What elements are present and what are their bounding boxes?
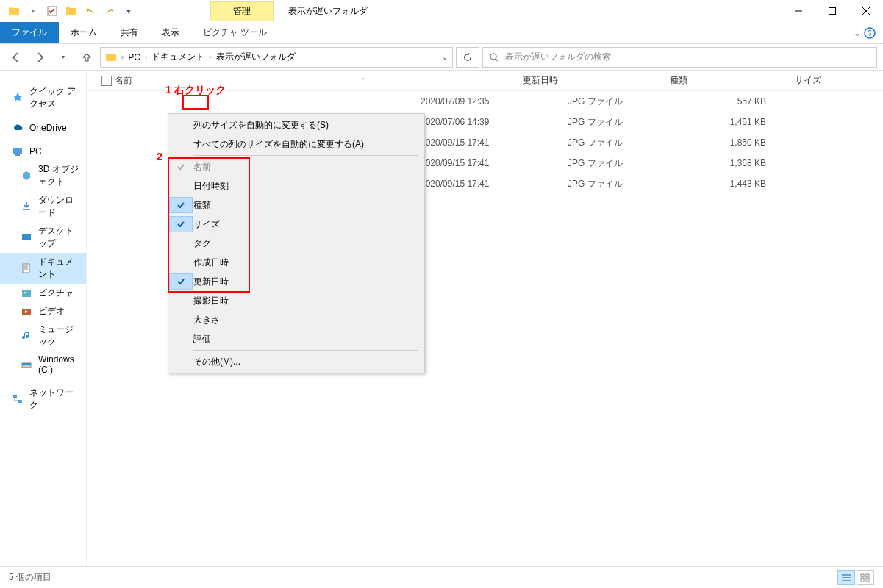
menu-dimensions[interactable]: 大きさ — [168, 310, 424, 329]
breadcrumb-documents[interactable]: ドキュメント — [151, 51, 204, 63]
sidebar-label: ネットワーク — [29, 387, 80, 412]
cloud-icon — [12, 122, 24, 134]
ribbon-tabs: ファイル ホーム 共有 表示 ピクチャ ツール ⌄ ? — [0, 22, 883, 44]
menu-date-taken[interactable]: 撮影日時 — [168, 291, 424, 310]
help-icon[interactable]: ? — [864, 27, 876, 39]
menu-tag[interactable]: タグ — [168, 234, 424, 253]
sidebar-item-downloads[interactable]: ダウンロード — [0, 191, 86, 222]
context-menu: 列のサイズを自動的に変更する(S) すべての列のサイズを自動的に変更する(A) … — [168, 113, 425, 373]
sidebar-label: 3D オブジェクト — [38, 163, 80, 188]
select-all-checkbox[interactable] — [101, 76, 112, 86]
chevron-right-icon[interactable]: › — [209, 53, 211, 61]
redo-icon[interactable] — [101, 3, 118, 19]
menu-datetime[interactable]: 日付時刻 — [168, 176, 424, 196]
tab-picture-tools[interactable]: ピクチャ ツール — [191, 22, 279, 43]
menu-type[interactable]: 種類 — [168, 196, 424, 215]
svg-rect-5 — [13, 148, 22, 154]
tab-view[interactable]: 表示 — [150, 22, 191, 43]
window-title: 表示が遅いフォルダ — [288, 5, 368, 18]
undo-icon[interactable] — [82, 3, 99, 19]
menu-other[interactable]: その他(M)... — [168, 352, 424, 371]
checkbox-icon[interactable] — [44, 3, 60, 19]
navbar: ▾ › PC › ドキュメント › 表示が遅いフォルダ ⌄ 表示が遅いフォルダの… — [0, 44, 883, 71]
column-size[interactable]: サイズ — [795, 74, 883, 87]
maximize-button[interactable] — [815, 0, 849, 22]
sidebar-label: デスクトップ — [38, 225, 80, 250]
annotation-2: 2 — [157, 151, 162, 162]
sidebar-label: クイック アクセス — [29, 85, 80, 110]
sidebar-item-pictures[interactable]: ピクチャ — [0, 284, 86, 302]
back-button[interactable] — [6, 47, 26, 68]
menu-separator — [193, 350, 418, 351]
recent-dropdown[interactable]: ▾ — [53, 47, 74, 68]
tab-file[interactable]: ファイル — [0, 22, 59, 43]
desktop-icon — [21, 232, 32, 243]
music-icon — [21, 330, 32, 342]
sidebar-item-music[interactable]: ミュージック — [0, 320, 86, 351]
chevron-right-icon[interactable]: › — [121, 53, 124, 61]
svg-rect-6 — [15, 154, 20, 156]
sidebar-label: ダウンロード — [38, 194, 80, 219]
manage-tab[interactable]: 管理 — [210, 1, 274, 21]
sidebar-item-quick-access[interactable]: クイック アクセス — [0, 82, 86, 113]
address-bar[interactable]: › PC › ドキュメント › 表示が遅いフォルダ ⌄ — [100, 47, 453, 68]
folder-icon — [105, 51, 117, 63]
menu-fit-column[interactable]: 列のサイズを自動的に変更する(S) — [168, 115, 424, 135]
menu-modified[interactable]: 更新日時 — [168, 272, 424, 291]
view-icons-button[interactable] — [857, 570, 874, 585]
quick-access-toolbar: ▾ ▾ — [0, 3, 137, 19]
tab-share[interactable]: 共有 — [109, 22, 150, 43]
svg-rect-1 — [829, 8, 836, 15]
sidebar-item-network[interactable]: ネットワーク — [0, 384, 86, 415]
svg-rect-8 — [23, 264, 29, 273]
breadcrumb-folder[interactable]: 表示が遅いフォルダ — [216, 51, 296, 63]
sidebar-item-onedrive[interactable]: OneDrive — [0, 119, 86, 137]
download-icon — [21, 201, 32, 212]
sidebar-item-videos[interactable]: ビデオ — [0, 302, 86, 320]
sidebar-label: Windows (C:) — [38, 354, 80, 375]
qat-more-icon[interactable]: ▾ — [121, 3, 137, 19]
status-item-count: 5 個の項目 — [9, 571, 51, 584]
cube-icon — [21, 170, 32, 182]
menu-created[interactable]: 作成日時 — [168, 253, 424, 272]
svg-rect-16 — [861, 574, 864, 577]
sidebar-item-desktop[interactable]: デスクトップ — [0, 222, 86, 253]
svg-point-10 — [24, 291, 26, 293]
minimize-button[interactable] — [782, 0, 815, 22]
network-icon — [12, 393, 24, 405]
column-type[interactable]: 種類 — [670, 74, 795, 87]
sort-icon: ˄ — [362, 77, 365, 85]
forward-button[interactable] — [29, 47, 50, 68]
document-icon — [21, 262, 32, 274]
column-date[interactable]: 更新日時 — [523, 74, 670, 87]
down-icon[interactable]: ▾ — [25, 3, 41, 19]
sidebar-item-3d-objects[interactable]: 3D オブジェクト — [0, 160, 86, 191]
menu-name[interactable]: 名前 — [168, 157, 424, 176]
breadcrumb-pc[interactable]: PC — [128, 52, 140, 62]
folder-icon[interactable] — [63, 3, 79, 19]
star-icon — [12, 92, 24, 104]
menu-size[interactable]: サイズ — [168, 215, 424, 234]
svg-rect-18 — [861, 578, 864, 581]
sidebar-item-documents[interactable]: ドキュメント — [0, 253, 86, 284]
close-button[interactable] — [849, 0, 883, 22]
up-button[interactable] — [76, 47, 97, 68]
search-box[interactable]: 表示が遅いフォルダの検索 — [482, 47, 877, 68]
video-icon — [21, 306, 32, 318]
chevron-down-icon[interactable]: ⌄ — [854, 28, 861, 38]
sidebar-item-cdrive[interactable]: Windows (C:) — [0, 351, 86, 378]
menu-fit-all-columns[interactable]: すべての列のサイズを自動的に変更する(A) — [168, 135, 424, 154]
svg-rect-14 — [13, 395, 17, 398]
sidebar-item-pc[interactable]: PC — [0, 143, 86, 160]
folder-icon — [6, 3, 22, 19]
chevron-right-icon[interactable]: › — [145, 53, 147, 61]
tab-home[interactable]: ホーム — [59, 22, 109, 43]
titlebar: ▾ ▾ 管理 表示が遅いフォルダ — [0, 0, 883, 22]
menu-rating[interactable]: 評価 — [168, 329, 424, 348]
sidebar-label: ミュージック — [38, 323, 80, 348]
search-placeholder: 表示が遅いフォルダの検索 — [505, 51, 611, 63]
address-dropdown-icon[interactable]: ⌄ — [442, 53, 448, 61]
view-details-button[interactable] — [837, 570, 855, 585]
refresh-button[interactable] — [456, 47, 479, 68]
pc-icon — [12, 146, 24, 157]
